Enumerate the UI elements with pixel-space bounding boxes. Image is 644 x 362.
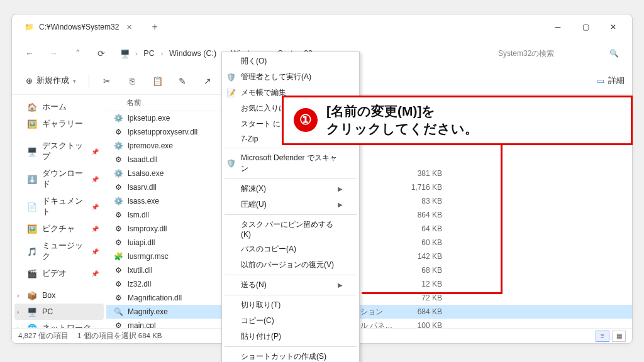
- sidebar-item-pictures[interactable]: 🖼️ピクチャ📌: [14, 221, 104, 238]
- tab-close-button[interactable]: ×: [124, 22, 134, 32]
- videos-icon: 🎬: [27, 269, 37, 279]
- file-row[interactable]: 🧩lusrmgr.msc142 KB: [106, 250, 632, 263]
- file-size: 381 KB: [398, 169, 442, 178]
- documents-icon: 📄: [27, 202, 37, 212]
- file-icon: 🧩: [113, 252, 124, 261]
- context-menu-item[interactable]: 貼り付け(P): [222, 329, 359, 344]
- file-size: 100 KB: [398, 321, 442, 328]
- file-row[interactable]: ⚙️Lsalso.exe381 KB: [106, 167, 632, 180]
- menu-separator: [225, 214, 357, 215]
- sidebar-item-gallery[interactable]: 🖼️ギャラリー: [14, 116, 104, 133]
- file-row[interactable]: ⚙lsm.dll864 KB: [106, 208, 632, 222]
- expand-icon[interactable]: ›: [17, 325, 19, 328]
- context-menu-item[interactable]: 送る(N)▶: [222, 277, 359, 293]
- crumb-drive[interactable]: Windows (C:): [168, 47, 218, 60]
- context-menu-item[interactable]: パスのコピー(A): [222, 241, 359, 257]
- expand-icon[interactable]: ›: [17, 292, 19, 299]
- new-button[interactable]: ⊕ 新規作成 ▾: [19, 72, 82, 90]
- sidebar-item-pc[interactable]: ›🖥️PC: [14, 304, 104, 320]
- file-row[interactable]: ⚙luiapi.dll60 KB: [106, 236, 632, 250]
- context-menu-item[interactable]: 解凍(X)▶: [222, 181, 359, 197]
- menu-separator: [225, 148, 357, 148]
- file-row[interactable]: ⚙main.cpl2024/10/04 7:32コントロール パネル項...10…: [106, 319, 632, 328]
- callout-text: [名前の変更(M)]を クリックしてください。: [326, 102, 478, 138]
- minimize-button[interactable]: ─: [544, 17, 572, 37]
- new-label: 新規作成: [36, 75, 69, 86]
- file-size: 142 KB: [398, 252, 442, 261]
- menu-separator: [225, 346, 357, 347]
- share-button[interactable]: ↗: [196, 71, 219, 91]
- pc-icon: 🖥️: [27, 307, 37, 317]
- separator: [89, 74, 89, 88]
- new-tab-button[interactable]: +: [147, 19, 163, 35]
- context-menu-item[interactable]: 🛡️管理者として実行(A): [222, 69, 359, 85]
- file-row[interactable]: ⚙lsmproxy.dll64 KB: [106, 222, 632, 236]
- search-input[interactable]: System32の検索 🔍: [492, 44, 625, 63]
- file-size: 64 KB: [398, 224, 442, 233]
- context-menu-item[interactable]: 切り取り(T): [222, 297, 359, 313]
- chevron-icon: ›: [158, 50, 165, 57]
- file-row[interactable]: ⚙️lsass.exe83 KB: [106, 194, 632, 208]
- pin-icon: 📌: [91, 176, 99, 183]
- file-row[interactable]: ⚙lxutil.dll68 KB: [106, 263, 632, 277]
- rename-button[interactable]: ✎: [171, 71, 194, 91]
- context-menu-item[interactable]: 圧縮(U)▶: [222, 197, 359, 212]
- file-size: 684 KB: [398, 307, 442, 316]
- context-menu-item[interactable]: 🛡️Microsoft Defender でスキャン: [222, 150, 359, 177]
- forward-button[interactable]: →: [43, 43, 64, 63]
- context-menu-item[interactable]: コピー(C): [222, 313, 359, 329]
- file-size: 72 KB: [398, 293, 442, 302]
- item-count: 4,827 個の項目: [18, 331, 69, 341]
- sidebar-item-home[interactable]: 🏠ホーム: [14, 99, 104, 116]
- plus-icon: ⊕: [26, 76, 33, 85]
- submenu-arrow-icon: ▶: [338, 185, 343, 192]
- home-icon: 🏠: [27, 102, 37, 112]
- menu-item-label: 管理者として実行(A): [241, 72, 311, 82]
- paste-button[interactable]: 📋: [146, 71, 169, 91]
- back-button[interactable]: ←: [19, 43, 40, 63]
- menu-item-label: メモ帳で編集: [241, 87, 286, 98]
- view-icons-button[interactable]: ▦: [612, 331, 626, 342]
- folder-icon: 📁: [25, 23, 34, 31]
- defender-icon: 🛡️: [226, 159, 236, 168]
- window-tab[interactable]: 📁 C:¥Windows¥System32 ×: [17, 18, 142, 36]
- pin-icon: 📌: [91, 204, 99, 211]
- file-row[interactable]: ⚙lz32.dll12 KB: [106, 277, 632, 291]
- file-row[interactable]: ⚙lsasrv.dll1,716 KB: [106, 180, 632, 194]
- up-button[interactable]: ˄: [67, 43, 87, 63]
- close-button[interactable]: ✕: [599, 17, 627, 37]
- sidebar-item-documents[interactable]: 📄ドキュメント📌: [14, 193, 104, 221]
- pictures-icon: 🖼️: [27, 224, 37, 234]
- copy-button[interactable]: ⎘: [121, 71, 143, 91]
- crumb-pc[interactable]: PC: [142, 47, 155, 60]
- file-icon: ⚙: [113, 238, 124, 247]
- context-menu-item[interactable]: ショートカットの作成(S): [222, 349, 359, 362]
- refresh-button[interactable]: ⟳: [91, 43, 111, 63]
- view-details-button[interactable]: ≡: [596, 331, 609, 342]
- context-menu-item[interactable]: 以前のバージョンの復元(V): [222, 257, 359, 273]
- file-icon: ⚙: [113, 224, 124, 233]
- details-toggle[interactable]: ▭ 詳細: [597, 75, 625, 86]
- menu-item-label: パスのコピー(A): [241, 244, 296, 255]
- cut-button[interactable]: ✂: [96, 71, 118, 91]
- sidebar-item-box[interactable]: ›📦Box: [14, 287, 104, 304]
- menu-item-label: Microsoft Defender でスキャン: [241, 153, 343, 174]
- shield-icon: 🛡️: [226, 73, 236, 82]
- sidebar-item-downloads[interactable]: ⬇️ダウンロード📌: [14, 165, 104, 193]
- file-row[interactable]: ⚙lsaadt.dll: [106, 153, 632, 167]
- menu-item-label: 解凍(X): [241, 184, 266, 194]
- file-size: 12 KB: [398, 280, 442, 288]
- maximize-button[interactable]: ▢: [572, 17, 599, 37]
- file-row[interactable]: 🔍Magnify.exe2024/10/04 7:32アプリケーション684 K…: [106, 305, 632, 319]
- menu-item-label: タスク バーにピン留めする(K): [241, 219, 343, 239]
- sidebar-item-videos[interactable]: 🎬ビデオ📌: [14, 265, 104, 282]
- downloads-icon: ⬇️: [27, 174, 37, 184]
- column-name[interactable]: 名前: [126, 97, 142, 108]
- context-menu-item[interactable]: 開く(O): [222, 53, 359, 69]
- sidebar-item-desktop[interactable]: 🖥️デスクトップ📌: [14, 138, 104, 165]
- expand-icon[interactable]: ›: [17, 309, 19, 315]
- sidebar-item-music[interactable]: 🎵ミュージック📌: [14, 238, 104, 265]
- context-menu-item[interactable]: タスク バーにピン留めする(K): [222, 217, 359, 241]
- sidebar-item-network[interactable]: ›🌐ネットワーク: [14, 320, 104, 328]
- music-icon: 🎵: [27, 246, 37, 256]
